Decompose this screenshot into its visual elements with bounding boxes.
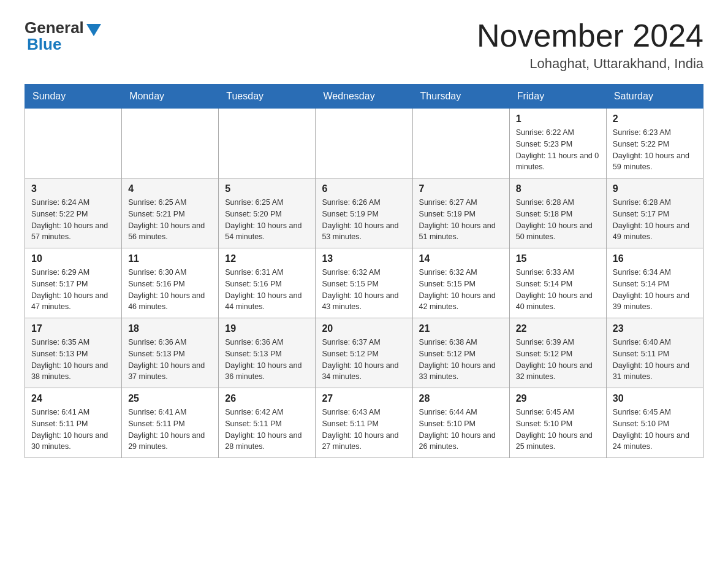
calendar-cell: [412, 109, 509, 178]
day-number: 20: [322, 323, 406, 334]
day-number: 27: [322, 393, 406, 404]
calendar-week-row: 24Sunrise: 6:41 AM Sunset: 5:11 PM Dayli…: [25, 388, 703, 458]
calendar-cell: 8Sunrise: 6:28 AM Sunset: 5:18 PM Daylig…: [509, 178, 606, 248]
day-info: Sunrise: 6:34 AM Sunset: 5:14 PM Dayligh…: [613, 267, 697, 313]
column-header-tuesday: Tuesday: [219, 85, 316, 109]
calendar-cell: 26Sunrise: 6:42 AM Sunset: 5:11 PM Dayli…: [219, 388, 316, 458]
calendar-cell: 25Sunrise: 6:41 AM Sunset: 5:11 PM Dayli…: [122, 388, 219, 458]
day-info: Sunrise: 6:27 AM Sunset: 5:19 PM Dayligh…: [419, 197, 503, 243]
day-info: Sunrise: 6:30 AM Sunset: 5:16 PM Dayligh…: [128, 267, 212, 313]
day-number: 12: [225, 253, 309, 264]
column-header-wednesday: Wednesday: [316, 85, 412, 109]
calendar-week-row: 10Sunrise: 6:29 AM Sunset: 5:17 PM Dayli…: [25, 248, 703, 318]
calendar-cell: 30Sunrise: 6:45 AM Sunset: 5:10 PM Dayli…: [606, 388, 703, 458]
day-info: Sunrise: 6:37 AM Sunset: 5:12 PM Dayligh…: [322, 337, 406, 383]
calendar-cell: 3Sunrise: 6:24 AM Sunset: 5:22 PM Daylig…: [25, 178, 122, 248]
title-section: November 2024 Lohaghat, Uttarakhand, Ind…: [477, 18, 703, 72]
calendar-cell: 24Sunrise: 6:41 AM Sunset: 5:11 PM Dayli…: [25, 388, 122, 458]
day-info: Sunrise: 6:35 AM Sunset: 5:13 PM Dayligh…: [31, 337, 115, 383]
day-number: 7: [419, 183, 503, 194]
day-number: 17: [31, 323, 115, 334]
day-number: 9: [613, 183, 697, 194]
day-number: 26: [225, 393, 309, 404]
calendar-cell: 23Sunrise: 6:40 AM Sunset: 5:11 PM Dayli…: [606, 318, 703, 388]
calendar-cell: 15Sunrise: 6:33 AM Sunset: 5:14 PM Dayli…: [509, 248, 606, 318]
calendar-table: SundayMondayTuesdayWednesdayThursdayFrid…: [25, 84, 703, 458]
day-info: Sunrise: 6:23 AM Sunset: 5:22 PM Dayligh…: [613, 127, 697, 173]
calendar-cell: 27Sunrise: 6:43 AM Sunset: 5:11 PM Dayli…: [316, 388, 412, 458]
calendar-cell: 6Sunrise: 6:26 AM Sunset: 5:19 PM Daylig…: [316, 178, 412, 248]
logo-triangle-icon: [86, 24, 101, 36]
day-info: Sunrise: 6:43 AM Sunset: 5:11 PM Dayligh…: [322, 407, 406, 453]
logo-blue-text: Blue: [25, 35, 61, 54]
day-info: Sunrise: 6:26 AM Sunset: 5:19 PM Dayligh…: [322, 197, 406, 243]
calendar-cell: 22Sunrise: 6:39 AM Sunset: 5:12 PM Dayli…: [509, 318, 606, 388]
day-info: Sunrise: 6:22 AM Sunset: 5:23 PM Dayligh…: [516, 127, 600, 173]
day-number: 15: [516, 253, 600, 264]
column-header-friday: Friday: [509, 85, 606, 109]
day-info: Sunrise: 6:38 AM Sunset: 5:12 PM Dayligh…: [419, 337, 503, 383]
day-info: Sunrise: 6:24 AM Sunset: 5:22 PM Dayligh…: [31, 197, 115, 243]
calendar-cell: 12Sunrise: 6:31 AM Sunset: 5:16 PM Dayli…: [219, 248, 316, 318]
day-info: Sunrise: 6:25 AM Sunset: 5:21 PM Dayligh…: [128, 197, 212, 243]
day-info: Sunrise: 6:32 AM Sunset: 5:15 PM Dayligh…: [419, 267, 503, 313]
day-number: 5: [225, 183, 309, 194]
day-info: Sunrise: 6:41 AM Sunset: 5:11 PM Dayligh…: [31, 407, 115, 453]
day-number: 6: [322, 183, 406, 194]
calendar-cell: 13Sunrise: 6:32 AM Sunset: 5:15 PM Dayli…: [316, 248, 412, 318]
day-number: 11: [128, 253, 212, 264]
calendar-cell: 7Sunrise: 6:27 AM Sunset: 5:19 PM Daylig…: [412, 178, 509, 248]
day-number: 18: [128, 323, 212, 334]
calendar-cell: 9Sunrise: 6:28 AM Sunset: 5:17 PM Daylig…: [606, 178, 703, 248]
day-number: 28: [419, 393, 503, 404]
day-info: Sunrise: 6:25 AM Sunset: 5:20 PM Dayligh…: [225, 197, 309, 243]
calendar-cell: [25, 109, 122, 178]
calendar-cell: 10Sunrise: 6:29 AM Sunset: 5:17 PM Dayli…: [25, 248, 122, 318]
day-number: 30: [613, 393, 697, 404]
day-number: 3: [31, 183, 115, 194]
calendar-week-row: 17Sunrise: 6:35 AM Sunset: 5:13 PM Dayli…: [25, 318, 703, 388]
day-info: Sunrise: 6:45 AM Sunset: 5:10 PM Dayligh…: [613, 407, 697, 453]
calendar-week-row: 3Sunrise: 6:24 AM Sunset: 5:22 PM Daylig…: [25, 178, 703, 248]
calendar-cell: 18Sunrise: 6:36 AM Sunset: 5:13 PM Dayli…: [122, 318, 219, 388]
calendar-cell: 29Sunrise: 6:45 AM Sunset: 5:10 PM Dayli…: [509, 388, 606, 458]
day-number: 4: [128, 183, 212, 194]
day-number: 19: [225, 323, 309, 334]
day-number: 16: [613, 253, 697, 264]
day-info: Sunrise: 6:32 AM Sunset: 5:15 PM Dayligh…: [322, 267, 406, 313]
day-info: Sunrise: 6:40 AM Sunset: 5:11 PM Dayligh…: [613, 337, 697, 383]
day-number: 29: [516, 393, 600, 404]
calendar-cell: 4Sunrise: 6:25 AM Sunset: 5:21 PM Daylig…: [122, 178, 219, 248]
day-number: 8: [516, 183, 600, 194]
day-info: Sunrise: 6:36 AM Sunset: 5:13 PM Dayligh…: [128, 337, 212, 383]
column-header-thursday: Thursday: [412, 85, 509, 109]
day-number: 1: [516, 113, 600, 124]
day-info: Sunrise: 6:39 AM Sunset: 5:12 PM Dayligh…: [516, 337, 600, 383]
column-header-saturday: Saturday: [606, 85, 703, 109]
calendar-cell: 16Sunrise: 6:34 AM Sunset: 5:14 PM Dayli…: [606, 248, 703, 318]
calendar-cell: 17Sunrise: 6:35 AM Sunset: 5:13 PM Dayli…: [25, 318, 122, 388]
column-header-monday: Monday: [122, 85, 219, 109]
calendar-cell: [122, 109, 219, 178]
day-number: 14: [419, 253, 503, 264]
day-number: 21: [419, 323, 503, 334]
day-info: Sunrise: 6:45 AM Sunset: 5:10 PM Dayligh…: [516, 407, 600, 453]
calendar-cell: 5Sunrise: 6:25 AM Sunset: 5:20 PM Daylig…: [219, 178, 316, 248]
day-info: Sunrise: 6:42 AM Sunset: 5:11 PM Dayligh…: [225, 407, 309, 453]
day-number: 24: [31, 393, 115, 404]
day-number: 25: [128, 393, 212, 404]
calendar-week-row: 1Sunrise: 6:22 AM Sunset: 5:23 PM Daylig…: [25, 109, 703, 178]
calendar-header-row: SundayMondayTuesdayWednesdayThursdayFrid…: [25, 85, 703, 109]
calendar-cell: 2Sunrise: 6:23 AM Sunset: 5:22 PM Daylig…: [606, 109, 703, 178]
day-info: Sunrise: 6:33 AM Sunset: 5:14 PM Dayligh…: [516, 267, 600, 313]
month-title: November 2024: [477, 18, 703, 53]
calendar-cell: 21Sunrise: 6:38 AM Sunset: 5:12 PM Dayli…: [412, 318, 509, 388]
calendar-cell: 11Sunrise: 6:30 AM Sunset: 5:16 PM Dayli…: [122, 248, 219, 318]
day-info: Sunrise: 6:29 AM Sunset: 5:17 PM Dayligh…: [31, 267, 115, 313]
column-header-sunday: Sunday: [25, 85, 122, 109]
location-title: Lohaghat, Uttarakhand, India: [477, 56, 703, 72]
day-info: Sunrise: 6:44 AM Sunset: 5:10 PM Dayligh…: [419, 407, 503, 453]
day-number: 13: [322, 253, 406, 264]
calendar-cell: 14Sunrise: 6:32 AM Sunset: 5:15 PM Dayli…: [412, 248, 509, 318]
day-info: Sunrise: 6:28 AM Sunset: 5:17 PM Dayligh…: [613, 197, 697, 243]
